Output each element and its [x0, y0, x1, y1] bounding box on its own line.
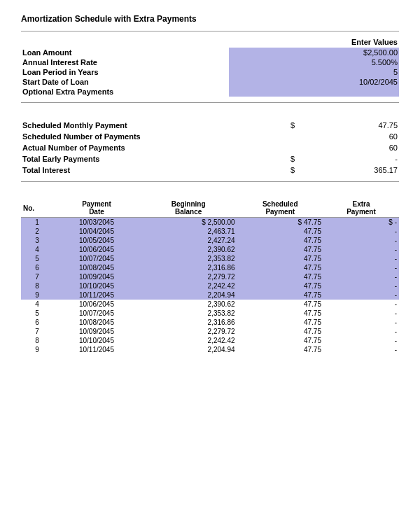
summary-value-4: 365.17 [304, 164, 399, 176]
input-value-4 [229, 87, 399, 97]
cell-date: 10/09/2045 [53, 327, 139, 336]
cell-balance: 2,204.94 [140, 290, 237, 300]
amort-row-highlight-2: 3 10/05/2045 2,427.24 47.75 - [21, 236, 399, 245]
input-label-3: Start Date of Loan [21, 77, 229, 87]
col-date: PaymentDate [53, 199, 139, 218]
cell-balance: 2,390.62 [140, 245, 237, 254]
input-label-1: Annual Interest Rate [21, 57, 229, 67]
summary-label-4: Total Interest [21, 164, 281, 176]
input-row-0: Loan Amount$2,500.00 [21, 48, 399, 57]
summary-label-3: Total Early Payments [21, 153, 281, 164]
summary-dollar-0: $ [281, 120, 304, 131]
cell-date: 10/06/2045 [53, 300, 139, 309]
cell-extra: - [323, 281, 399, 290]
cell-date: 10/05/2045 [53, 236, 139, 245]
input-value-2[interactable]: 5 [229, 67, 399, 77]
amort-row-highlight-0: 1 10/03/2045 $ 2,500.00 $ 47.75 $ - [21, 218, 399, 227]
cell-extra: - [323, 327, 399, 336]
cell-balance: 2,204.94 [140, 345, 237, 354]
cell-payment: 47.75 [237, 263, 323, 272]
cell-no: 8 [21, 336, 53, 345]
cell-extra: - [323, 345, 399, 354]
cell-no: 5 [21, 309, 53, 318]
cell-no: 7 [21, 272, 53, 281]
cell-payment: 47.75 [237, 318, 323, 327]
cell-date: 10/10/2045 [53, 281, 139, 290]
amort-row-normal-2: 6 10/08/2045 2,316.86 47.75 - [21, 318, 399, 327]
summary-table: Scheduled Monthly Payment$47.75Scheduled… [21, 120, 399, 176]
amort-row-highlight-4: 5 10/07/2045 2,353.82 47.75 - [21, 254, 399, 263]
summary-row-4: Total Interest$365.17 [21, 164, 399, 176]
cell-no: 4 [21, 245, 53, 254]
input-value-3[interactable]: 10/02/2045 [229, 77, 399, 87]
page-title: Amortization Schedule with Extra Payment… [21, 14, 399, 24]
summary-label-2: Actual Number of Payments [21, 142, 281, 153]
input-label-2: Loan Period in Years [21, 67, 229, 77]
cell-no: 5 [21, 254, 53, 263]
cell-extra: - [323, 245, 399, 254]
amort-row-normal-5: 9 10/11/2045 2,204.94 47.75 - [21, 345, 399, 354]
summary-label-1: Scheduled Number of Payments [21, 131, 281, 142]
col-extra: ExtraPayment [323, 199, 399, 218]
cell-date: 10/04/2045 [53, 227, 139, 236]
input-value-0[interactable]: $2,500.00 [229, 48, 399, 57]
amort-row-normal-3: 7 10/09/2045 2,279.72 47.75 - [21, 327, 399, 336]
cell-extra: - [323, 236, 399, 245]
input-row-1: Annual Interest Rate5.500% [21, 57, 399, 67]
cell-extra: - [323, 300, 399, 309]
summary-value-1: 60 [304, 131, 399, 142]
cell-payment: 47.75 [237, 254, 323, 263]
cell-date: 10/11/2045 [53, 345, 139, 354]
cell-extra: - [323, 227, 399, 236]
enter-values-header: Enter Values [229, 37, 399, 48]
cell-date: 10/10/2045 [53, 336, 139, 345]
cell-extra: - [323, 263, 399, 272]
cell-payment: 47.75 [237, 336, 323, 345]
cell-no: 3 [21, 236, 53, 245]
summary-row-0: Scheduled Monthly Payment$47.75 [21, 120, 399, 131]
divider-top [21, 31, 399, 31]
cell-no: 6 [21, 263, 53, 272]
cell-no: 2 [21, 227, 53, 236]
input-fields-table: Loan Amount$2,500.00Annual Interest Rate… [21, 48, 399, 97]
amort-header-row: No. PaymentDate BeginningBalance Schedul… [21, 199, 399, 218]
cell-payment: 47.75 [237, 327, 323, 336]
col-balance: BeginningBalance [140, 199, 237, 218]
amort-row-highlight-3: 4 10/06/2045 2,390.62 47.75 - [21, 245, 399, 254]
input-label-0: Loan Amount [21, 48, 229, 57]
cell-no: 8 [21, 281, 53, 290]
cell-date: 10/06/2045 [53, 245, 139, 254]
cell-extra: - [323, 309, 399, 318]
summary-dollar-4: $ [281, 164, 304, 176]
cell-no: 7 [21, 327, 53, 336]
cell-balance: 2,427.24 [140, 236, 237, 245]
cell-payment: 47.75 [237, 245, 323, 254]
summary-value-0: 47.75 [304, 120, 399, 131]
input-row-2: Loan Period in Years5 [21, 67, 399, 77]
cell-date: 10/07/2045 [53, 309, 139, 318]
inputs-table: Enter Values [21, 37, 399, 48]
divider-summary [21, 181, 399, 182]
cell-date: 10/03/2045 [53, 218, 139, 227]
inputs-label-header [21, 37, 229, 48]
summary-value-2: 60 [304, 142, 399, 153]
cell-extra: $ - [323, 218, 399, 227]
cell-balance: 2,242.42 [140, 336, 237, 345]
amort-row-highlight-6: 7 10/09/2045 2,279.72 47.75 - [21, 272, 399, 281]
input-value-1[interactable]: 5.500% [229, 57, 399, 67]
cell-payment: 47.75 [237, 227, 323, 236]
cell-balance: 2,279.72 [140, 327, 237, 336]
amort-row-highlight-8: 9 10/11/2045 2,204.94 47.75 - [21, 290, 399, 300]
col-payment: ScheduledPayment [237, 199, 323, 218]
cell-payment: 47.75 [237, 309, 323, 318]
summary-dollar-1 [281, 131, 304, 142]
amort-row-highlight-7: 8 10/10/2045 2,242.42 47.75 - [21, 281, 399, 290]
amort-row-highlight-5: 6 10/08/2045 2,316.86 47.75 - [21, 263, 399, 272]
cell-balance: 2,353.82 [140, 254, 237, 263]
cell-balance: $ 2,500.00 [140, 218, 237, 227]
cell-balance: 2,316.86 [140, 318, 237, 327]
cell-payment: 47.75 [237, 300, 323, 309]
cell-no: 9 [21, 345, 53, 354]
cell-date: 10/08/2045 [53, 318, 139, 327]
summary-label-0: Scheduled Monthly Payment [21, 120, 281, 131]
